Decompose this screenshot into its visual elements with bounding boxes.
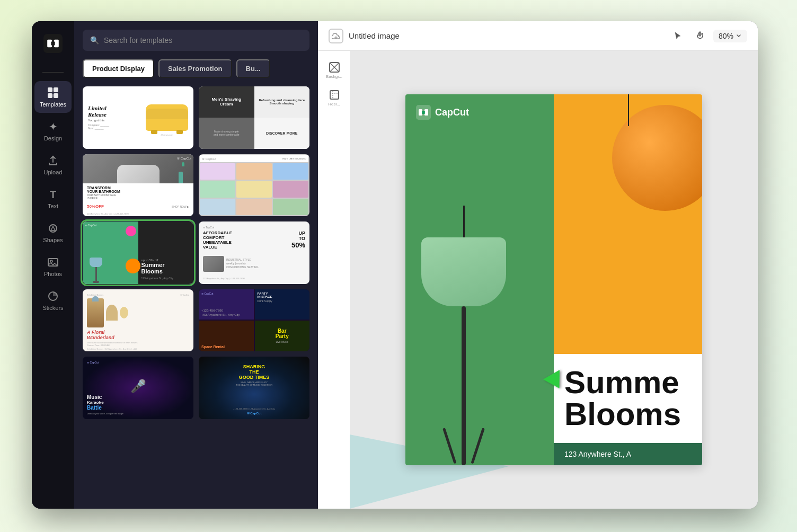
svg-rect-15 [330,91,339,99]
canvas-right-section: Summe Blooms 123 Anywhere St., A [554,94,702,465]
sidebar-item-label-upload: Upload [44,169,63,175]
templates-grid: LimitedRelease You got this Compare: ___… [74,86,318,509]
editor-toolbar: 80% [669,27,747,45]
background-tool[interactable]: Backgr... [322,57,347,83]
canvas-address-bar: 123 Anywhere St., A [554,443,702,465]
upload-icon [47,154,59,167]
editor-right-sidebar: Backgr... Resi... [318,51,350,509]
template-card-floral[interactable]: Exhibition Brands ≋ TapCut A FloralWonde… [83,289,193,352]
template-card-limited-release[interactable]: LimitedRelease You got this Compare: ___… [83,86,193,149]
svg-rect-7 [54,93,58,98]
photos-icon [47,256,59,269]
canvas-main[interactable]: CapCut [350,51,758,509]
template-card-summer-blooms[interactable]: ≋ CapCut up to 5% off SummerBlooms 123 A… [83,221,193,284]
sidebar-item-label-templates: Templates [40,101,66,108]
sidebar-divider [42,72,64,73]
editor-title-area: Untitled image [329,29,400,43]
category-pills: Product Display Sales Promotion Bu... [74,59,318,86]
stickers-icon [47,290,59,303]
design-icon: ✦ [47,120,59,133]
canvas-title-line2: Blooms [564,398,692,430]
templates-panel: 🔍 Product Display Sales Promotion Bu... … [74,21,318,509]
sidebar-item-templates[interactable]: Templates [34,81,72,113]
sidebar-item-label-stickers: Stickers [42,305,63,311]
sidebar-item-design[interactable]: ✦ Design [34,115,72,147]
app-logo[interactable] [41,32,65,55]
sidebar-item-text[interactable]: T Text [34,183,72,215]
text-icon: T [47,188,59,201]
templates-icon [47,86,59,99]
svg-point-10 [50,260,52,262]
editor-header: Untitled image 80% [318,21,758,51]
zoom-level: 80% [719,32,733,40]
shapes-icon [47,222,59,235]
hand-tool-button[interactable] [691,27,709,45]
canvas-address: 123 Anywhere St., A [564,450,631,458]
template-card-affordable[interactable]: ≋ TapCut AFFORDABLECOMFORTUNBEATABLEVALU… [199,221,309,284]
svg-rect-19 [422,111,425,114]
template-card-bar-party[interactable]: ≋ CapCut +123-456-7890+63 Anywhere St., … [199,289,309,352]
editor-area: Untitled image 80% [318,21,758,509]
sidebar: Templates ✦ Design Upload T Text [32,21,74,509]
sidebar-item-label-shapes: Shapes [43,237,63,243]
search-input[interactable] [83,30,309,51]
editor-title: Untitled image [349,31,400,40]
canvas-text-section: Summe Blooms [554,354,702,443]
pill-sales-promotion[interactable]: Sales Promotion [158,59,232,78]
search-bar: 🔍 [83,30,309,51]
orange-globe [612,105,702,211]
zoom-control[interactable]: 80% [713,30,747,42]
sidebar-item-label-design: Design [44,135,62,141]
svg-rect-3 [51,41,55,45]
template-card-karaoke[interactable]: ≋ CapCut 🎤 Music Karaoke Battle Unleash … [83,357,193,419]
pill-business[interactable]: Bu... [236,59,270,78]
sidebar-item-label-photos: Photos [44,271,62,277]
canvas-content: CapCut [405,94,702,465]
capcut-logo-text: CapCut [435,107,469,118]
resize-tool-label: Resi... [328,102,340,107]
template-card-shaving-cream[interactable]: Men's ShavingCream Refreshing and cleans… [199,86,309,149]
pill-product-display[interactable]: Product Display [83,59,154,78]
canvas-title-line1: Summe [564,367,692,398]
template-card-sharing[interactable]: SHARINGTHEGOOD TIMES SING, DANCE, AND EN… [199,357,309,419]
search-icon: 🔍 [90,36,99,45]
resize-tool[interactable]: Resi... [322,85,347,110]
sidebar-item-shapes[interactable]: Shapes [34,217,72,249]
svg-rect-6 [48,93,52,98]
cloud-save-icon[interactable] [329,29,343,43]
sidebar-item-upload[interactable]: Upload [34,149,72,181]
canvas-orange-section [554,94,702,354]
app-window: Templates ✦ Design Upload T Text [32,21,758,509]
editor-combo: Backgr... Resi... [318,51,758,509]
sidebar-item-photos[interactable]: Photos [34,251,72,282]
background-tool-label: Backgr... [326,74,342,79]
template-card-mosaic[interactable]: ≋ CapCut RATE LIMIT EXCEEDED [199,154,309,217]
capcut-logo: CapCut [416,105,469,120]
cursor-tool-button[interactable] [669,27,687,45]
svg-rect-4 [48,87,52,92]
sidebar-item-stickers[interactable]: Stickers [34,285,72,316]
svg-rect-5 [54,87,58,92]
svg-rect-17 [419,109,422,116]
sidebar-item-label-text: Text [48,203,58,209]
svg-rect-18 [424,109,428,116]
canvas-left-section: CapCut [405,94,554,465]
template-card-bathroom[interactable]: ≋ CapCut TRANSFORM YOUR BATHROOM OUR BAT… [83,154,193,217]
